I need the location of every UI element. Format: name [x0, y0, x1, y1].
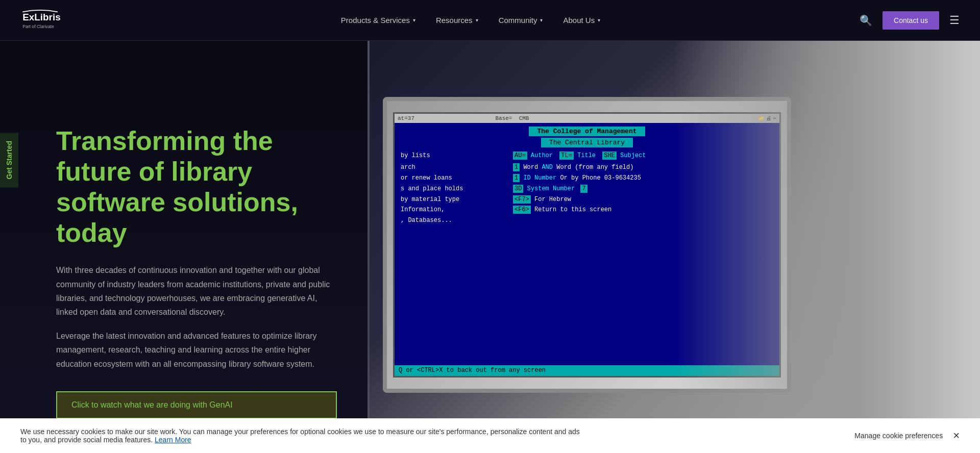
chevron-down-icon: ▾ — [476, 17, 478, 23]
terminal-library: The Central Library — [541, 138, 633, 147]
hero-divider — [368, 41, 370, 453]
nav-link-about-us[interactable]: About Us ▾ — [563, 16, 600, 24]
logo: ExLibris Part of Clarivate — [20, 8, 82, 33]
cookie-learn-more-link[interactable]: Learn More — [155, 436, 191, 444]
manage-cookie-preferences-button[interactable]: Manage cookie preferences — [854, 432, 943, 440]
hero-title: Transforming the future of library softw… — [56, 126, 337, 248]
search-icon[interactable]: 🔍 — [860, 14, 872, 27]
hero-description-1: With three decades of continuous innovat… — [56, 263, 337, 319]
chevron-down-icon: ▾ — [598, 17, 600, 23]
nav-link-resources[interactable]: Resources ▾ — [436, 16, 478, 24]
laptop-background — [674, 41, 980, 453]
chevron-down-icon: ▾ — [540, 17, 543, 23]
cookie-bar: We use necessary cookies to make our sit… — [0, 418, 980, 453]
svg-text:ExLibris: ExLibris — [22, 12, 60, 22]
svg-text:Part of Clarivate: Part of Clarivate — [22, 24, 54, 29]
hero-right-image: at=37 Base= CMB 📁 🖨 ✂ The College of Man… — [368, 41, 980, 453]
hero-description-2: Leverage the latest innovation and advan… — [56, 329, 337, 371]
nav-link-community[interactable]: Community ▾ — [499, 16, 543, 24]
cookie-right: Manage cookie preferences × — [854, 429, 960, 442]
terminal-menu-left: by lists arch or renew loans s and place… — [401, 152, 513, 227]
terminal-title-text: at=37 Base= CMB — [398, 115, 529, 121]
hero-cta-button[interactable]: Click to watch what we are doing with Ge… — [56, 391, 337, 419]
hero-section: Get Started Transforming the future of l… — [0, 41, 980, 453]
hero-left-content: Transforming the future of library softw… — [0, 41, 368, 453]
chevron-down-icon: ▾ — [413, 17, 415, 23]
hamburger-menu-icon[interactable]: ☰ — [949, 14, 960, 27]
nav-link-products-services[interactable]: Products & Services ▾ — [341, 16, 415, 24]
nav-links: Products & Services ▾ Resources ▾ Commun… — [341, 16, 600, 24]
get-started-tab[interactable]: Get Started — [0, 133, 18, 187]
contact-button[interactable]: Contact us — [883, 11, 939, 30]
nav-right: 🔍 Contact us ☰ — [860, 11, 960, 30]
navigation: ExLibris Part of Clarivate Products & Se… — [0, 0, 980, 41]
cookie-text: We use necessary cookies to make our sit… — [20, 427, 582, 444]
terminal-institution: The College of Management — [529, 127, 645, 136]
cookie-close-button[interactable]: × — [953, 429, 960, 442]
